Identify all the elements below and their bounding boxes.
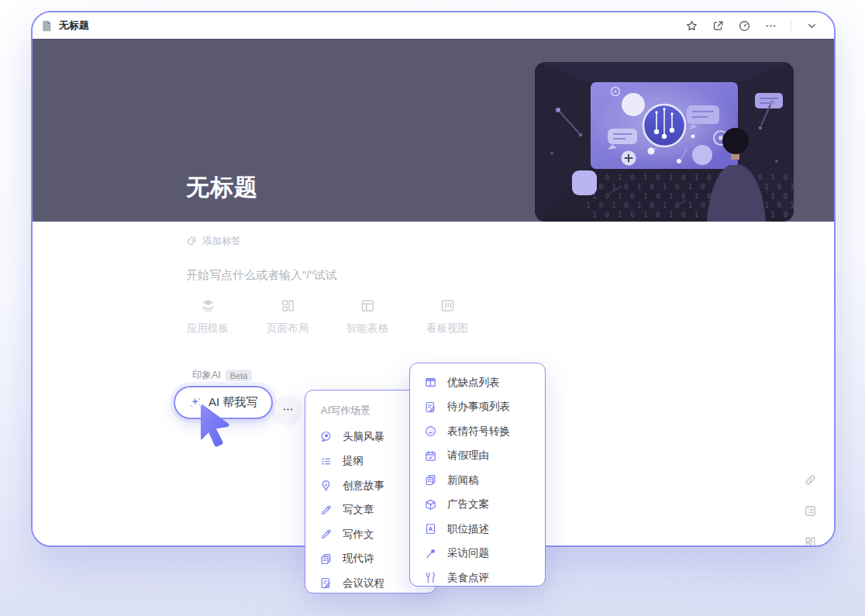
add-tag-label: 添加标签	[202, 235, 241, 248]
ai-more-scenes-menu-items: 优缺点列表待办事项列表表情符号转换请假理由新闻稿广告文案职位描述采访问题美食点评	[410, 370, 545, 590]
beta-badge: Beta	[226, 370, 253, 381]
rail-outline-button[interactable]	[803, 504, 817, 518]
template-page-layout[interactable]: 页面布局	[266, 298, 309, 336]
rail-copy-link-button[interactable]	[803, 473, 817, 487]
add-tag-button[interactable]: 添加标签	[186, 235, 241, 248]
board-view-icon	[439, 298, 456, 314]
ellipsis-icon	[281, 403, 295, 416]
template-label: 智能表格	[346, 322, 388, 336]
topbar-actions	[680, 15, 823, 36]
outline-panel-icon	[804, 504, 817, 518]
template-app-template[interactable]: 应用模板	[186, 298, 229, 336]
menu-item-label: 写文章	[343, 503, 374, 517]
star-icon	[685, 19, 698, 33]
right-rail	[803, 473, 817, 547]
outline-list-icon	[319, 455, 333, 468]
more-dots-icon	[764, 19, 777, 33]
scene-emoji-convert[interactable]: 表情符号转换	[410, 419, 545, 444]
svg-text:1 0 1 0 1 0 1 0 1 0 1 0 1 0 1: 1 0 1 0 1 0 1 0 1 0 1 0 1 0 1 0 1 0 1 0 …	[592, 173, 794, 181]
ai-brand-row: 印象AI Beta	[192, 369, 252, 382]
menu-item-label: 优缺点列表	[447, 376, 500, 390]
scene-todo-list[interactable]: 待办事项列表	[410, 395, 545, 420]
scene-pros-cons[interactable]: 优缺点列表	[410, 370, 545, 395]
topbar-share-button[interactable]	[706, 15, 729, 36]
menu-item-label: 头脑风暴	[343, 430, 384, 444]
scene-press-release[interactable]: 新闻稿	[410, 468, 545, 493]
topbar-divider	[791, 19, 791, 32]
svg-text:1 0 1 0 1 0 1 0 1 0 1 0 1 0 1: 1 0 1 0 1 0 1 0 1 0 1 0 1 0 1 0 1 0 1 0 …	[592, 191, 794, 200]
menu-item-label: 提纲	[343, 454, 364, 468]
job-description-icon	[424, 522, 437, 535]
smart-table-icon	[360, 298, 376, 314]
menu-item-label: 会议议程	[343, 576, 384, 590]
note-title[interactable]: 无标题	[186, 172, 258, 204]
topbar-more-button[interactable]	[759, 15, 782, 36]
meeting-agenda-icon	[319, 576, 333, 590]
creative-story-icon	[319, 479, 333, 492]
template-row: 应用模板页面布局智能表格看板视图	[186, 298, 469, 336]
food-review-icon	[424, 571, 437, 584]
pros-cons-icon	[424, 376, 437, 389]
topbar-history-button[interactable]	[732, 15, 756, 36]
menu-item-label: 写作文	[343, 528, 374, 542]
recent-icon	[738, 19, 751, 33]
rail-blocks-button[interactable]	[803, 535, 817, 547]
scene-food-review[interactable]: 美食点评	[410, 566, 545, 590]
template-board-view[interactable]: 看板视图	[426, 298, 469, 336]
template-label: 应用模板	[187, 322, 229, 336]
ai-illustration: 1 0 1 0 1 0 1 0 1 0 1 0 1 0 1 0 1 0 1 0 …	[535, 62, 794, 222]
editor-placeholder[interactable]: 开始写点什么或者输入"/"试试	[186, 268, 337, 283]
press-release-icon	[424, 473, 437, 487]
page-layout-icon	[280, 298, 296, 314]
template-label: 看板视图	[426, 322, 468, 336]
window-topbar: 无标题	[33, 12, 834, 39]
note-header-banner: 无标题	[33, 39, 834, 222]
ai-more-scenes-menu: 优缺点列表待办事项列表表情符号转换请假理由新闻稿广告文案职位描述采访问题美食点评	[409, 363, 546, 587]
write-essay-icon	[319, 528, 333, 541]
scene-job-description[interactable]: 职位描述	[410, 517, 545, 542]
template-smart-table[interactable]: 智能表格	[346, 298, 389, 336]
doc-title: 无标题	[59, 19, 89, 33]
leave-excuse-icon	[424, 449, 437, 463]
ai-sparkle-icon	[189, 396, 202, 409]
chevron-down-icon	[805, 19, 818, 33]
ai-write-label: AI 帮我写	[208, 395, 257, 410]
template-label: 页面布局	[267, 322, 308, 336]
app-template-icon	[200, 298, 216, 314]
menu-item-label: 请假理由	[447, 449, 489, 463]
blocks-panel-icon	[804, 535, 817, 547]
menu-item-label: 广告文案	[447, 497, 489, 511]
topbar-collapse-button[interactable]	[800, 15, 823, 36]
doc-title-group: 无标题	[40, 19, 89, 33]
menu-item-label: 待办事项列表	[447, 400, 510, 414]
link-icon	[804, 473, 817, 487]
brainstorm-icon	[319, 430, 333, 443]
menu-item-label: 美食点评	[447, 571, 489, 585]
share-icon	[712, 19, 725, 33]
menu-item-label: 表情符号转换	[447, 425, 510, 439]
write-article-icon	[319, 504, 333, 517]
ai-write-button[interactable]: AI 帮我写	[174, 386, 273, 419]
page: 无标题 无标题	[0, 0, 865, 616]
ai-more-button[interactable]	[274, 396, 301, 422]
menu-item-label: 职位描述	[447, 522, 489, 536]
tag-icon	[186, 236, 198, 247]
menu-item-label: 采访问题	[447, 546, 489, 560]
interview-questions-icon	[424, 547, 437, 560]
todo-list-icon	[424, 401, 437, 414]
topbar-favorite-button[interactable]	[680, 15, 703, 36]
ad-copy-icon	[424, 498, 437, 511]
menu-item-label: 新闻稿	[447, 473, 479, 487]
scene-leave-excuse[interactable]: 请假理由	[410, 444, 545, 469]
scene-ad-copy[interactable]: 广告文案	[410, 493, 545, 518]
doc-page-icon	[40, 19, 53, 33]
modern-poem-icon	[319, 552, 333, 566]
menu-item-label: 创意故事	[343, 479, 384, 493]
menu-item-label: 现代诗	[343, 552, 374, 566]
ai-brand-label: 印象AI	[192, 369, 221, 382]
emoji-convert-icon	[424, 425, 437, 438]
scene-interview-questions[interactable]: 采访问题	[410, 542, 545, 566]
